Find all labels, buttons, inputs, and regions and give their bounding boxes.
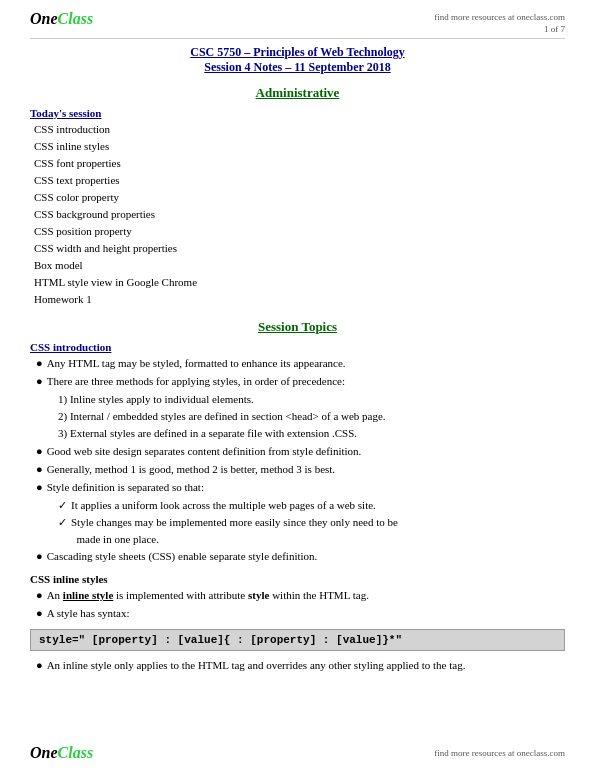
session-item-4: CSS text properties bbox=[34, 172, 565, 189]
todays-session-heading: Today's session bbox=[30, 107, 565, 119]
bullet-dot-2: ● bbox=[36, 373, 43, 390]
footer: OneClass find more resources at oneclass… bbox=[30, 744, 565, 762]
css-intro-bullet-5-text: Style definition is separated so that: bbox=[47, 479, 204, 496]
session-item-8: CSS width and height properties bbox=[34, 240, 565, 257]
check-mark-2: ✓ bbox=[58, 514, 67, 531]
bullet-dot: ● bbox=[36, 355, 43, 372]
inline-style-word: inline style bbox=[63, 589, 113, 601]
session-item-7: CSS position property bbox=[34, 223, 565, 240]
title-section: CSC 5750 – Principles of Web Technology … bbox=[30, 45, 565, 75]
sub-method-3: 3) External styles are defined in a sepa… bbox=[58, 425, 565, 442]
css-inline-bullet-3: ● An inline style only applies to the HT… bbox=[36, 657, 565, 674]
session-item-3: CSS font properties bbox=[34, 155, 565, 172]
administrative-heading: Administrative bbox=[30, 85, 565, 101]
session-item-5: CSS color property bbox=[34, 189, 565, 206]
css-intro-bullet-2-text: There are three methods for applying sty… bbox=[47, 373, 345, 390]
bullet-dot-4: ● bbox=[36, 461, 43, 478]
sub-method-1: 1) Inline styles apply to individual ele… bbox=[58, 391, 565, 408]
session-item-2: CSS inline styles bbox=[34, 138, 565, 155]
header-logo: OneClass bbox=[30, 10, 93, 28]
title-line1: CSC 5750 – Principles of Web Technology bbox=[30, 45, 565, 60]
footer-logo: OneClass bbox=[30, 744, 93, 762]
sub-methods-list: 1) Inline styles apply to individual ele… bbox=[58, 391, 565, 442]
css-intro-bullet-5: ● Style definition is separated so that: bbox=[36, 479, 565, 496]
css-inline-bullet-1-text: An inline style is implemented with attr… bbox=[47, 587, 369, 604]
bullet-dot-6: ● bbox=[36, 548, 43, 565]
css-intro-bullet-1: ● Any HTML tag may be styled, formatted … bbox=[36, 355, 565, 372]
css-intro-bullet-4-text: Generally, method 1 is good, method 2 is… bbox=[47, 461, 335, 478]
css-intro-bullet-1-text: Any HTML tag may be styled, formatted to… bbox=[47, 355, 346, 372]
css-intro-bullet-3: ● Good web site design separates content… bbox=[36, 443, 565, 460]
css-inline-bullet-2-text: A style has syntax: bbox=[47, 605, 130, 622]
session-topics-heading: Session Topics bbox=[30, 319, 565, 335]
session-item-1: CSS introduction bbox=[34, 121, 565, 138]
inline-bullet-dot-3: ● bbox=[36, 657, 43, 674]
logo-one: One bbox=[30, 10, 58, 28]
check-items-list: ✓ It applies a uniform look across the m… bbox=[58, 497, 565, 548]
css-code-box: style=" [property] : [value]{ : [propert… bbox=[30, 629, 565, 651]
footer-logo-one: One bbox=[30, 744, 58, 762]
header-right-info: find more resources at oneclass.com 1 of… bbox=[434, 10, 565, 34]
footer-find-more: find more resources at oneclass.com bbox=[434, 748, 565, 758]
css-intro-bullet-3-text: Good web site design separates content d… bbox=[47, 443, 362, 460]
css-intro-bullets: ● Any HTML tag may be styled, formatted … bbox=[36, 355, 565, 566]
inline-bullet-dot-2: ● bbox=[36, 605, 43, 622]
footer-logo-class: Class bbox=[58, 744, 94, 762]
session-item-9: Box model bbox=[34, 257, 565, 274]
css-inline-bullet-3-list: ● An inline style only applies to the HT… bbox=[36, 657, 565, 674]
header: OneClass find more resources at oneclass… bbox=[30, 10, 565, 34]
check-item-2: ✓ Style changes may be implemented more … bbox=[58, 514, 565, 548]
css-inline-bullets: ● An inline style is implemented with at… bbox=[36, 587, 565, 622]
session-list: CSS introduction CSS inline styles CSS f… bbox=[34, 121, 565, 309]
session-item-10: HTML style view in Google Chrome bbox=[34, 274, 565, 291]
check-item-2-text: Style changes may be implemented more ea… bbox=[71, 514, 398, 548]
page-number: 1 of 7 bbox=[434, 24, 565, 34]
css-intro-bullet-4: ● Generally, method 1 is good, method 2 … bbox=[36, 461, 565, 478]
logo-class: Class bbox=[58, 10, 94, 28]
bullet-dot-3: ● bbox=[36, 443, 43, 460]
css-inline-bullet-2: ● A style has syntax: bbox=[36, 605, 565, 622]
session-item-11: Homework 1 bbox=[34, 291, 565, 308]
css-intro-heading: CSS introduction bbox=[30, 341, 565, 353]
find-more-text: find more resources at oneclass.com bbox=[434, 12, 565, 22]
page: OneClass find more resources at oneclass… bbox=[0, 0, 595, 770]
css-intro-bullet-6: ● Cascading style sheets (CSS) enable se… bbox=[36, 548, 565, 565]
inline-bullet-dot-1: ● bbox=[36, 587, 43, 604]
css-inline-heading: CSS inline styles bbox=[30, 573, 565, 585]
header-divider bbox=[30, 38, 565, 39]
check-item-1-text: It applies a uniform look across the mul… bbox=[71, 497, 376, 514]
check-item-1: ✓ It applies a uniform look across the m… bbox=[58, 497, 565, 514]
bullet-dot-5: ● bbox=[36, 479, 43, 496]
title-line2: Session 4 Notes – 11 September 2018 bbox=[30, 60, 565, 75]
css-intro-bullet-2: ● There are three methods for applying s… bbox=[36, 373, 565, 390]
css-intro-bullet-6-text: Cascading style sheets (CSS) enable sepa… bbox=[47, 548, 318, 565]
sub-method-2: 2) Internal / embedded styles are define… bbox=[58, 408, 565, 425]
check-mark-1: ✓ bbox=[58, 497, 67, 514]
style-attr-word: style bbox=[248, 589, 269, 601]
session-item-6: CSS background properties bbox=[34, 206, 565, 223]
css-inline-bullet-3-text: An inline style only applies to the HTML… bbox=[47, 657, 466, 674]
css-inline-bullet-1: ● An inline style is implemented with at… bbox=[36, 587, 565, 604]
